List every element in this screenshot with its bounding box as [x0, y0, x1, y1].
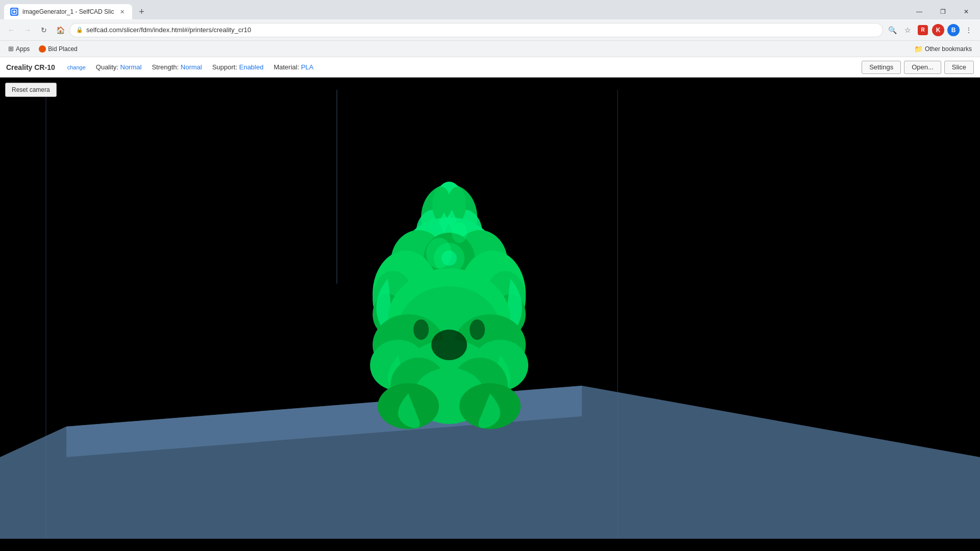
refresh-button[interactable]: ↻: [37, 23, 51, 37]
lock-icon: 🔒: [76, 27, 83, 33]
material-label: Material:: [274, 63, 299, 71]
support-setting: Support: Enabled: [212, 63, 264, 71]
profile-k-button[interactable]: K: [931, 23, 945, 37]
svg-point-37: [431, 330, 467, 360]
scene-svg: [0, 78, 980, 551]
quality-value[interactable]: Normal: [120, 63, 142, 71]
open-button[interactable]: Open...: [904, 61, 941, 74]
svg-point-38: [413, 319, 429, 340]
bookmark-apps[interactable]: ⊞ Apps: [4, 43, 34, 55]
bookmark-star-button[interactable]: ☆: [900, 23, 915, 37]
tab-title: imageGenerator_1 - SelfCAD Slic: [22, 8, 114, 15]
back-button[interactable]: ←: [4, 23, 18, 37]
svg-point-39: [470, 319, 485, 340]
strength-value[interactable]: Normal: [181, 63, 202, 71]
bid-placed-label: Bid Placed: [48, 45, 77, 53]
profile-k-avatar: K: [932, 24, 944, 36]
other-bookmarks[interactable]: 📁 Other bookmarks: [910, 43, 976, 55]
ext-red-icon: R: [918, 25, 928, 35]
tab-close-button[interactable]: ✕: [118, 8, 126, 16]
title-bar: imageGenerator_1 - SelfCAD Slic ✕ + — ❐ …: [0, 0, 980, 19]
toolbar-buttons: Settings Open... Slice: [862, 61, 974, 74]
apps-label: Apps: [16, 45, 30, 53]
support-label: Support:: [212, 63, 237, 71]
maximize-button[interactable]: ❐: [931, 4, 954, 19]
app-toolbar: Creality CR-10 change Quality: Normal St…: [0, 57, 980, 78]
minimize-button[interactable]: —: [908, 4, 931, 19]
new-tab-button[interactable]: +: [134, 5, 149, 19]
window-controls: — ❐ ✕: [908, 4, 980, 19]
profile-b-button[interactable]: B: [946, 23, 961, 37]
profile-b-avatar: B: [947, 24, 960, 36]
forward-button[interactable]: →: [20, 23, 35, 37]
url-text: selfcad.com/slicer/fdm/index.html#/print…: [86, 26, 876, 34]
active-tab[interactable]: imageGenerator_1 - SelfCAD Slic ✕: [4, 4, 132, 19]
support-value[interactable]: Enabled: [239, 63, 263, 71]
slice-button[interactable]: Slice: [944, 61, 974, 74]
address-bar[interactable]: 🔒 selfcad.com/slicer/fdm/index.html#/pri…: [69, 23, 883, 37]
bookmark-bar: ⊞ Apps Bid Placed 📁 Other bookmarks: [0, 41, 980, 57]
apps-grid-icon: ⊞: [8, 45, 14, 53]
change-printer-link[interactable]: change: [67, 64, 86, 70]
quality-label: Quality:: [96, 63, 118, 71]
tab-area: imageGenerator_1 - SelfCAD Slic ✕ +: [0, 4, 908, 19]
menu-button[interactable]: ⋮: [962, 23, 976, 37]
browser-frame: imageGenerator_1 - SelfCAD Slic ✕ + — ❐ …: [0, 0, 980, 551]
extensions-button[interactable]: R: [916, 23, 930, 37]
settings-button[interactable]: Settings: [862, 61, 901, 74]
quality-setting: Quality: Normal: [96, 63, 142, 71]
printer-name: Creality CR-10: [6, 63, 55, 71]
bid-placed-favicon: [39, 45, 46, 53]
close-button[interactable]: ✕: [954, 4, 978, 19]
svg-point-41: [452, 222, 467, 243]
svg-point-40: [426, 238, 452, 268]
other-bookmarks-label: Other bookmarks: [925, 45, 972, 53]
folder-icon: 📁: [914, 45, 923, 53]
search-icon-button[interactable]: 🔍: [885, 23, 899, 37]
material-setting: Material: PLA: [274, 63, 313, 71]
home-button[interactable]: 🏠: [53, 23, 67, 37]
strength-label: Strength:: [152, 63, 179, 71]
browser-toolbar-icons: 🔍 ☆ R K B ⋮: [885, 23, 976, 37]
material-value[interactable]: PLA: [301, 63, 314, 71]
tab-favicon: [10, 8, 18, 16]
reset-camera-button[interactable]: Reset camera: [5, 83, 57, 97]
bookmark-bid-placed[interactable]: Bid Placed: [35, 43, 81, 55]
canvas-area[interactable]: Reset camera: [0, 78, 980, 551]
address-bar-row: ← → ↻ 🏠 🔒 selfcad.com/slicer/fdm/index.h…: [0, 19, 980, 41]
strength-setting: Strength: Normal: [152, 63, 202, 71]
